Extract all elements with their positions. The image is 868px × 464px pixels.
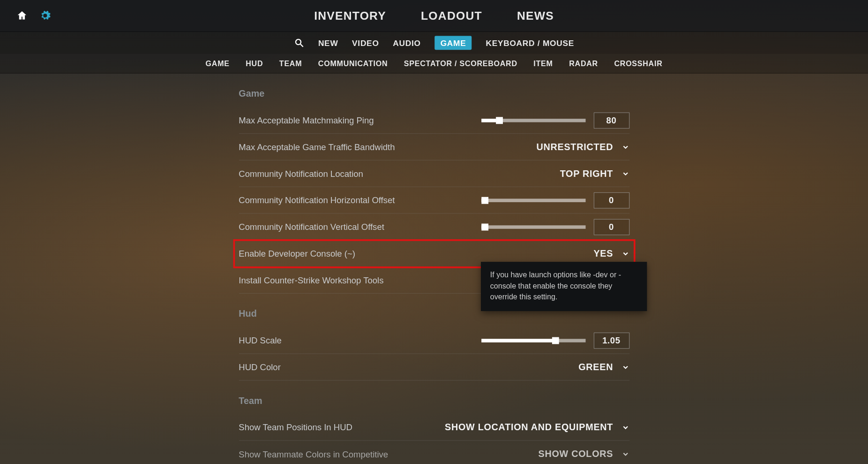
home-button[interactable] (10, 10, 33, 22)
gear-icon (39, 10, 51, 22)
dropdown-teammate-colors[interactable]: SHOW COLORS (539, 449, 629, 459)
slider-matchmaking-ping[interactable] (481, 118, 585, 122)
label-notif-v-offset: Community Notification Vertical Offset (239, 222, 481, 232)
label-developer-console: Enable Developer Console (~) (239, 249, 593, 259)
dropdown-developer-console[interactable]: YES (593, 248, 629, 259)
section-title-team: Team (239, 396, 629, 406)
row-teammate-colors: Show Teammate Colors in Competitive SHOW… (239, 441, 629, 464)
tab-game[interactable]: GAME (434, 36, 472, 50)
chevron-down-icon (621, 450, 629, 458)
label-hud-scale: HUD Scale (239, 335, 481, 345)
label-matchmaking-ping: Max Acceptable Matchmaking Ping (239, 115, 481, 125)
home-icon (16, 10, 28, 22)
top-bar: INVENTORY LOADOUT NEWS (0, 0, 868, 32)
value-notif-h-offset[interactable]: 0 (593, 192, 629, 208)
label-hud-color: HUD Color (239, 362, 578, 372)
settings-tabs-primary: NEW VIDEO AUDIO GAME KEYBOARD / MOUSE (0, 32, 868, 54)
search-icon (294, 38, 304, 48)
value-developer-console: YES (593, 248, 613, 259)
subtab-hud[interactable]: HUD (246, 59, 263, 68)
tab-new[interactable]: NEW (318, 38, 338, 47)
subtab-crosshair[interactable]: CROSSHAIR (614, 59, 662, 68)
settings-tabs-secondary: GAME HUD TEAM COMMUNICATION SPECTATOR / … (0, 54, 868, 74)
dropdown-notif-location[interactable]: TOP RIGHT (560, 168, 629, 179)
label-notif-h-offset: Community Notification Horizontal Offset (239, 195, 481, 205)
subtab-team[interactable]: TEAM (279, 59, 302, 68)
tab-keyboard-mouse[interactable]: KEYBOARD / MOUSE (486, 38, 574, 47)
row-notif-location: Community Notification Location TOP RIGH… (239, 160, 629, 187)
subtab-radar[interactable]: RADAR (569, 59, 598, 68)
dropdown-hud-color[interactable]: GREEN (578, 362, 629, 372)
row-notif-v-offset: Community Notification Vertical Offset 0 (239, 214, 629, 241)
top-nav: INVENTORY LOADOUT NEWS (314, 9, 554, 22)
dropdown-team-positions[interactable]: SHOW LOCATION AND EQUIPMENT (445, 422, 629, 432)
value-notif-location: TOP RIGHT (560, 168, 614, 179)
nav-news[interactable]: NEWS (517, 9, 554, 22)
chevron-down-icon (621, 423, 629, 431)
tab-audio[interactable]: AUDIO (393, 38, 420, 47)
row-bandwidth: Max Acceptable Game Traffic Bandwidth UN… (239, 134, 629, 160)
value-matchmaking-ping[interactable]: 80 (593, 112, 629, 129)
value-notif-v-offset[interactable]: 0 (593, 219, 629, 235)
slider-hud-scale[interactable] (481, 339, 585, 342)
value-teammate-colors: SHOW COLORS (539, 449, 614, 459)
label-notif-location: Community Notification Location (239, 168, 560, 178)
chevron-down-icon (621, 143, 629, 151)
value-team-positions: SHOW LOCATION AND EQUIPMENT (445, 422, 613, 432)
subtab-game[interactable]: GAME (206, 59, 230, 68)
svg-line-1 (300, 44, 303, 47)
row-matchmaking-ping: Max Acceptable Matchmaking Ping 80 (239, 107, 629, 134)
slider-notif-h-offset[interactable] (481, 198, 585, 202)
value-hud-color: GREEN (578, 362, 613, 372)
label-team-positions: Show Team Positions In HUD (239, 422, 445, 432)
row-notif-h-offset: Community Notification Horizontal Offset… (239, 187, 629, 214)
nav-inventory[interactable]: INVENTORY (314, 9, 386, 22)
tooltip-developer-console: If you have launch options like -dev or … (481, 262, 647, 311)
row-hud-scale: HUD Scale 1.05 (239, 327, 629, 354)
search-button[interactable] (294, 38, 304, 48)
dropdown-bandwidth[interactable]: UNRESTRICTED (537, 142, 629, 152)
slider-notif-v-offset[interactable] (481, 225, 585, 228)
label-bandwidth: Max Acceptable Game Traffic Bandwidth (239, 142, 536, 152)
subtab-item[interactable]: ITEM (533, 59, 553, 68)
subtab-communication[interactable]: COMMUNICATION (318, 59, 388, 68)
subtab-spectator[interactable]: SPECTATOR / SCOREBOARD (404, 59, 517, 68)
row-hud-color: HUD Color GREEN (239, 354, 629, 380)
value-bandwidth: UNRESTRICTED (537, 142, 614, 152)
label-teammate-colors: Show Teammate Colors in Competitive (239, 449, 538, 459)
tab-video[interactable]: VIDEO (352, 38, 379, 47)
chevron-down-icon (621, 250, 629, 258)
section-title-game: Game (239, 89, 629, 99)
value-hud-scale[interactable]: 1.05 (593, 332, 629, 349)
chevron-down-icon (621, 169, 629, 177)
settings-button[interactable] (34, 10, 57, 22)
chevron-down-icon (621, 363, 629, 371)
svg-point-0 (296, 39, 301, 45)
nav-loadout[interactable]: LOADOUT (421, 9, 482, 22)
row-team-positions: Show Team Positions In HUD SHOW LOCATION… (239, 414, 629, 441)
